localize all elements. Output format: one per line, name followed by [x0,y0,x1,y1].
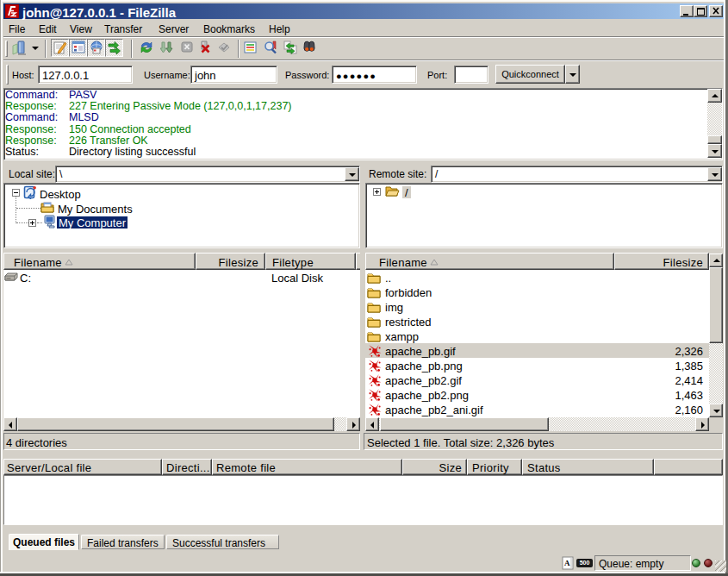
svg-text:A: A [564,559,570,567]
